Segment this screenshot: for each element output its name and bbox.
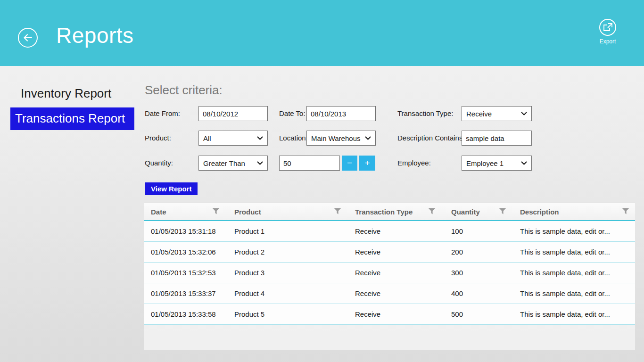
filter-icon[interactable] <box>499 208 506 216</box>
cell-transaction-type: Receive <box>347 269 441 277</box>
cell-transaction-type: Receive <box>347 248 441 256</box>
description-contains-label: Description Contains: <box>397 131 465 146</box>
back-button[interactable] <box>18 28 38 48</box>
cell-quantity: 100 <box>441 227 512 235</box>
sidebar-item-inventory-report[interactable]: Inventory Report <box>21 86 111 101</box>
column-header-product[interactable]: Product <box>225 203 347 220</box>
cell-date: 01/05/2013 15:33:58 <box>144 310 225 318</box>
transaction-type-select[interactable]: Receive <box>462 106 532 121</box>
chevron-down-icon <box>521 112 527 115</box>
cell-description: This is sample data, edit or... <box>512 269 635 277</box>
product-selected-value: All <box>203 134 211 142</box>
chevron-down-icon <box>257 161 263 165</box>
column-header-label: Transaction Type <box>355 208 413 216</box>
cell-product: Product 4 <box>225 289 347 297</box>
column-header-label: Description <box>520 208 559 216</box>
cell-quantity: 200 <box>441 248 512 256</box>
date-to-label: Date To: <box>279 106 305 121</box>
sidebar-item-label: Transactions Report <box>15 111 125 126</box>
date-to-input[interactable] <box>306 106 376 121</box>
employee-label: Employee: <box>397 156 431 171</box>
column-header-description[interactable]: Description <box>512 203 635 220</box>
table-row[interactable]: 01/05/2013 15:32:06 Product 2 Receive 20… <box>144 242 635 263</box>
cell-transaction-type: Receive <box>347 310 441 318</box>
cell-description: This is sample data, edit or... <box>512 289 635 297</box>
table-empty-area <box>144 325 635 350</box>
filter-icon[interactable] <box>334 208 341 216</box>
product-label: Product: <box>145 131 171 146</box>
column-header-transaction-type[interactable]: Transaction Type <box>347 203 441 220</box>
cell-product: Product 2 <box>225 248 347 256</box>
location-selected-value: Main Warehous <box>311 134 361 142</box>
transactions-table: Date Product Transaction Type Quantity D… <box>144 203 635 350</box>
cell-quantity: 500 <box>441 310 512 318</box>
export-button[interactable]: Export <box>594 19 621 45</box>
quantity-decrease-button[interactable]: − <box>342 156 357 171</box>
date-from-input[interactable] <box>198 106 268 121</box>
chevron-down-icon <box>365 136 371 140</box>
filter-icon[interactable] <box>622 208 629 216</box>
column-header-label: Date <box>151 208 166 216</box>
cell-product: Product 3 <box>225 269 347 277</box>
cell-date: 01/05/2013 15:31:18 <box>144 227 225 235</box>
cell-product: Product 5 <box>225 310 347 318</box>
cell-transaction-type: Receive <box>347 289 441 297</box>
table-row[interactable]: 01/05/2013 15:33:58 Product 5 Receive 50… <box>144 304 635 325</box>
quantity-input[interactable] <box>279 156 340 171</box>
cell-transaction-type: Receive <box>347 227 441 235</box>
table-header-row: Date Product Transaction Type Quantity D… <box>144 203 635 221</box>
column-header-label: Quantity <box>451 208 480 216</box>
table-row[interactable]: 01/05/2013 15:31:18 Product 1 Receive 10… <box>144 221 635 242</box>
cell-date: 01/05/2013 15:32:53 <box>144 269 225 277</box>
quantity-operator-select[interactable]: Greater Than <box>198 156 268 171</box>
column-header-label: Product <box>234 208 261 216</box>
cell-description: This is sample data, edit or... <box>512 248 635 256</box>
sidebar-item-transactions-report[interactable]: Transactions Report <box>10 107 134 130</box>
export-button-label: Export <box>594 38 621 45</box>
cell-quantity: 400 <box>441 289 512 297</box>
cell-product: Product 1 <box>225 227 347 235</box>
cell-quantity: 300 <box>441 269 512 277</box>
view-report-button[interactable]: View Report <box>145 182 198 195</box>
table-row[interactable]: 01/05/2013 15:32:53 Product 3 Receive 30… <box>144 263 635 283</box>
transaction-type-label: Transaction Type: <box>397 106 453 121</box>
table-row[interactable]: 01/05/2013 15:33:37 Product 4 Receive 40… <box>144 283 635 304</box>
app-header-bar: Reports Export <box>0 0 644 66</box>
filter-icon[interactable] <box>212 208 220 216</box>
chevron-down-icon <box>257 136 263 140</box>
chevron-down-icon <box>521 161 527 165</box>
cell-date: 01/05/2013 15:32:06 <box>144 248 225 256</box>
cell-description: This is sample data, edit or... <box>512 310 635 318</box>
filter-icon[interactable] <box>428 208 436 216</box>
product-select[interactable]: All <box>198 131 268 146</box>
quantity-increase-button[interactable]: + <box>359 156 375 171</box>
column-header-date[interactable]: Date <box>144 203 225 220</box>
export-icon <box>603 23 612 32</box>
location-label: Location: <box>279 131 308 146</box>
quantity-label: Quantity: <box>145 156 173 171</box>
location-select[interactable]: Main Warehous <box>306 131 376 146</box>
back-icon <box>22 32 33 43</box>
page-title: Reports <box>56 23 134 48</box>
transaction-type-selected-value: Receive <box>466 110 492 118</box>
cell-description: This is sample data, edit or... <box>512 227 635 235</box>
quantity-operator-selected-value: Greater Than <box>203 159 245 167</box>
date-from-label: Date From: <box>145 106 180 121</box>
cell-date: 01/05/2013 15:33:37 <box>144 289 225 297</box>
description-contains-input[interactable] <box>462 131 532 146</box>
select-criteria-heading: Select criteria: <box>145 83 223 98</box>
employee-selected-value: Employee 1 <box>466 159 504 167</box>
employee-select[interactable]: Employee 1 <box>462 156 532 171</box>
column-header-quantity[interactable]: Quantity <box>441 203 512 220</box>
